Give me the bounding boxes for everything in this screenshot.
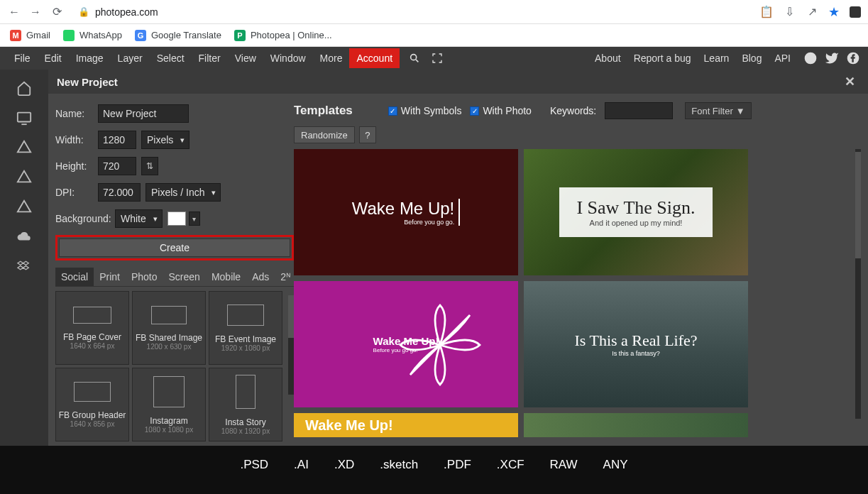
address-bar[interactable]: 🔒 photopea.com	[71, 6, 158, 18]
randomize-button[interactable]: Randomize	[294, 126, 355, 143]
height-input[interactable]	[98, 157, 136, 175]
width-unit-select[interactable]: Pixels	[141, 131, 189, 149]
bookmark-item[interactable]: GGoogle Translate	[135, 30, 221, 41]
dialog-title: New Project	[57, 76, 118, 88]
templates-scrollbar[interactable]	[855, 149, 861, 419]
fullscreen-icon[interactable]	[429, 53, 445, 64]
preset-card[interactable]: FB Page Cover1640 x 664 px	[55, 291, 129, 365]
format-item[interactable]: .PSD	[240, 458, 268, 472]
bookmark-item[interactable]: WhatsApp	[63, 30, 122, 41]
preset-dim: 1080 x 1920 px	[221, 427, 270, 435]
menu-link[interactable]: About	[588, 48, 627, 68]
dropbox-icon[interactable]	[16, 258, 33, 275]
template-card[interactable]: Wake Me Up!Before you go go.	[294, 281, 518, 407]
preset-tabs: SocialPrintPhotoScreenMobileAds2ᴺ	[55, 268, 294, 287]
menu-view[interactable]: View	[228, 48, 263, 68]
preset-thumb	[153, 376, 185, 407]
format-item[interactable]: .XD	[334, 458, 354, 472]
menu-account[interactable]: Account	[349, 48, 400, 68]
cloud-icon[interactable]	[16, 229, 33, 246]
home-icon[interactable]	[16, 79, 33, 97]
preset-tab[interactable]: Photo	[126, 268, 163, 286]
format-label: RAW	[550, 458, 578, 472]
menu-link[interactable]: Learn	[698, 48, 736, 68]
template-card[interactable]: Wake Me Up!Before you go go.	[294, 149, 518, 275]
swap-dimensions-button[interactable]: ⇅	[141, 157, 158, 175]
font-filter-button[interactable]: Font Filter▼	[685, 102, 751, 119]
preset-title: FB Event Image	[215, 334, 276, 344]
bookmark-item[interactable]: PPhotopea | Online...	[234, 30, 332, 41]
search-icon[interactable]	[407, 53, 422, 64]
bookmark-favicon: M	[10, 30, 21, 41]
gdrive-icon-2[interactable]	[16, 169, 33, 186]
back-button[interactable]: ←	[7, 5, 21, 19]
bookmark-star-icon[interactable]: ★	[828, 4, 840, 20]
menu-edit[interactable]: Edit	[38, 48, 69, 68]
template-card[interactable]: Is This a Real Life?Is this a fantasy?	[524, 281, 748, 407]
create-button[interactable]: Create	[59, 238, 290, 257]
share-icon[interactable]: ↗	[806, 6, 818, 18]
clipboard-icon[interactable]: 📋	[760, 6, 773, 18]
template-card[interactable]	[524, 413, 748, 437]
preset-card[interactable]: FB Group Header1640 x 856 px	[55, 368, 129, 441]
menu-link[interactable]: Report a bug	[627, 48, 698, 68]
name-input[interactable]	[98, 104, 189, 123]
background-swatch[interactable]	[167, 212, 186, 226]
preset-card[interactable]: FB Shared Image1200 x 630 px	[132, 291, 206, 365]
with-symbols-checkbox[interactable]: ✓With Symbols	[388, 105, 462, 116]
keywords-input[interactable]	[605, 102, 673, 119]
format-label: .XCF	[497, 458, 524, 472]
menu-layer[interactable]: Layer	[111, 48, 150, 68]
background-select[interactable]: White	[115, 209, 163, 228]
format-item[interactable]: RAW	[550, 458, 578, 472]
twitter-icon[interactable]	[824, 50, 840, 66]
format-item[interactable]: .AI	[294, 458, 309, 472]
bookmarks-bar: MGmailWhatsAppGGoogle TranslatePPhotopea…	[0, 24, 868, 47]
preset-title: Instagram	[150, 416, 187, 426]
dpi-unit-select[interactable]: Pixels / Inch	[145, 183, 221, 202]
format-item[interactable]: .sketch	[380, 458, 418, 472]
menu-select[interactable]: Select	[150, 48, 192, 68]
extension-icon[interactable]	[850, 6, 861, 18]
menu-filter[interactable]: Filter	[192, 48, 228, 68]
preset-tab[interactable]: Mobile	[206, 268, 246, 286]
width-label: Width:	[55, 134, 98, 146]
create-highlight: Create	[55, 235, 294, 260]
template-card[interactable]: I Saw The Sign.And it opened up my mind!	[524, 149, 748, 275]
forward-button[interactable]: →	[28, 5, 43, 19]
bookmark-item[interactable]: MGmail	[10, 30, 50, 41]
preset-tab[interactable]: Ads	[246, 268, 275, 286]
format-item[interactable]: ANY	[603, 458, 628, 472]
reddit-icon[interactable]	[803, 50, 818, 66]
preset-tab[interactable]: Screen	[163, 268, 206, 286]
menu-more[interactable]: More	[313, 48, 350, 68]
help-button[interactable]: ?	[359, 126, 376, 143]
swatch-dropdown-icon[interactable]: ▾	[189, 212, 200, 226]
close-button[interactable]: ✕	[840, 72, 859, 91]
width-input[interactable]	[98, 131, 136, 149]
reload-button[interactable]: ⟳	[50, 5, 64, 19]
preset-card[interactable]: Instagram1080 x 1080 px	[132, 368, 206, 441]
dpi-input[interactable]	[98, 183, 141, 202]
preset-tab[interactable]: Social	[55, 268, 94, 286]
with-photo-checkbox[interactable]: ✓With Photo	[470, 105, 531, 116]
gdrive-icon[interactable]	[16, 139, 33, 156]
preset-tab[interactable]: Print	[94, 268, 126, 286]
preset-card[interactable]: Insta Story1080 x 1920 px	[209, 368, 282, 441]
menu-file[interactable]: File	[7, 48, 38, 68]
facebook-icon[interactable]	[845, 50, 861, 66]
preset-scrollbar[interactable]	[288, 295, 294, 395]
template-card[interactable]: Wake Me Up!	[294, 413, 518, 437]
download-icon[interactable]: ⇩	[783, 6, 796, 18]
menu-image[interactable]: Image	[69, 48, 111, 68]
format-item[interactable]: .XCF	[497, 458, 524, 472]
menu-link[interactable]: Blog	[735, 48, 768, 68]
preset-dim: 1920 x 1080 px	[221, 344, 270, 352]
lock-icon: 🔒	[78, 6, 89, 17]
menu-link[interactable]: API	[768, 48, 797, 68]
menu-window[interactable]: Window	[263, 48, 313, 68]
display-icon[interactable]	[16, 109, 33, 126]
preset-card[interactable]: FB Event Image1920 x 1080 px	[209, 291, 282, 365]
gdrive-icon-3[interactable]	[16, 199, 33, 216]
format-item[interactable]: .PDF	[444, 458, 471, 472]
